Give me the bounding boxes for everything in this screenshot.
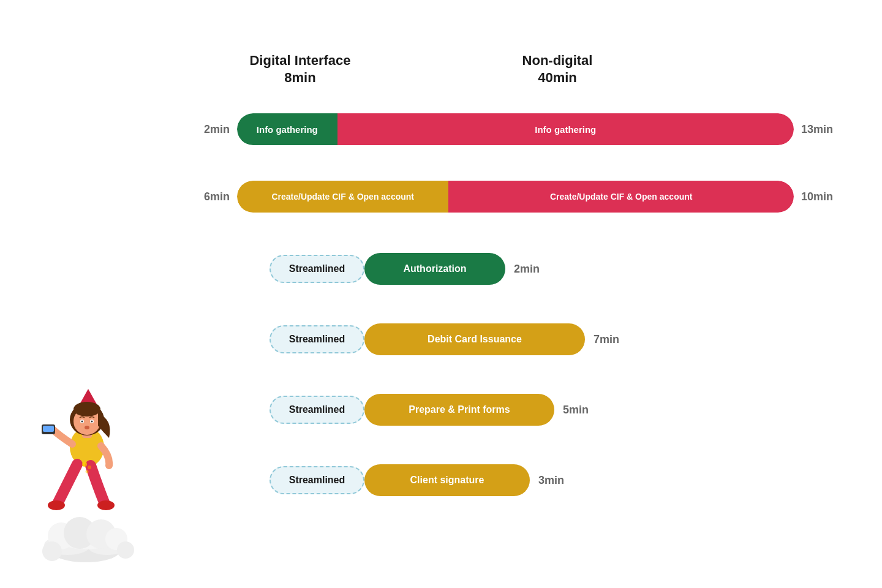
left-time-cif: 6min — [190, 190, 230, 203]
digital-time: 8min — [233, 70, 368, 86]
client-signature-time: 3min — [538, 474, 564, 487]
cif-yellow-label: Create/Update CIF & Open account — [265, 192, 420, 202]
print-forms-time: 5min — [563, 404, 589, 417]
client-signature-bar: Client signature — [364, 464, 530, 496]
svg-point-18 — [74, 402, 100, 417]
cif-bar-yellow: Create/Update CIF & Open account — [237, 181, 448, 213]
headers: Digital Interface 8min Non-digital 40min — [233, 52, 625, 86]
rocket-character — [18, 306, 153, 564]
streamlined-label-debit: Streamlined — [270, 325, 364, 353]
authorization-time: 2min — [514, 263, 540, 276]
header-nondigital: Non-digital 40min — [490, 52, 625, 86]
svg-point-23 — [85, 426, 89, 429]
row-debit-card: Streamlined Debit Card Issuance 7min — [270, 323, 698, 355]
main-container: Digital Interface 8min Non-digital 40min… — [0, 0, 882, 588]
left-time-info: 2min — [190, 123, 230, 136]
streamlined-label-authorization: Streamlined — [270, 255, 364, 283]
right-time-cif: 10min — [801, 190, 833, 203]
svg-point-29 — [88, 466, 91, 469]
info-bar-red: Info gathering — [337, 113, 794, 145]
info-red-label: Info gathering — [526, 124, 605, 135]
digital-title: Digital Interface — [233, 52, 368, 70]
cif-red-label: Create/Update CIF & Open account — [544, 192, 699, 202]
svg-point-27 — [97, 500, 115, 510]
row-client-signature: Streamlined Client signature 3min — [270, 464, 698, 496]
authorization-bar: Authorization — [364, 253, 505, 285]
right-time-info: 13min — [801, 123, 833, 136]
debit-card-label: Debit Card Issuance — [417, 334, 533, 345]
streamlined-label-signature: Streamlined — [270, 466, 364, 494]
nondigital-time: 40min — [490, 70, 625, 86]
nondigital-title: Non-digital — [490, 52, 625, 70]
row-print-forms: Streamlined Prepare & Print forms 5min — [270, 394, 698, 426]
info-bar-group: Info gathering Info gathering — [237, 113, 794, 145]
svg-point-30 — [86, 470, 89, 473]
print-forms-bar: Prepare & Print forms — [364, 394, 554, 426]
streamlined-label-print: Streamlined — [270, 396, 364, 424]
svg-point-22 — [91, 421, 93, 423]
svg-point-20 — [81, 421, 83, 423]
authorization-label: Authorization — [392, 263, 477, 274]
print-forms-label: Prepare & Print forms — [398, 404, 521, 415]
cif-bar-group: Create/Update CIF & Open account Create/… — [237, 181, 794, 213]
svg-point-28 — [82, 462, 87, 467]
svg-rect-25 — [43, 426, 54, 432]
debit-card-time: 7min — [594, 333, 619, 346]
svg-point-8 — [42, 541, 62, 561]
row-info-gathering: 2min Info gathering Info gathering 13min — [190, 113, 833, 145]
row-cif: 6min Create/Update CIF & Open account Cr… — [190, 181, 833, 213]
svg-point-26 — [48, 500, 65, 510]
svg-point-9 — [117, 541, 134, 559]
debit-card-bar: Debit Card Issuance — [364, 323, 585, 355]
row-authorization: Streamlined Authorization 2min — [270, 253, 668, 285]
cif-bar-red: Create/Update CIF & Open account — [448, 181, 794, 213]
client-signature-label: Client signature — [399, 475, 496, 486]
info-bar-green: Info gathering — [237, 113, 337, 145]
header-digital: Digital Interface 8min — [233, 52, 368, 86]
info-green-label: Info gathering — [248, 124, 326, 135]
